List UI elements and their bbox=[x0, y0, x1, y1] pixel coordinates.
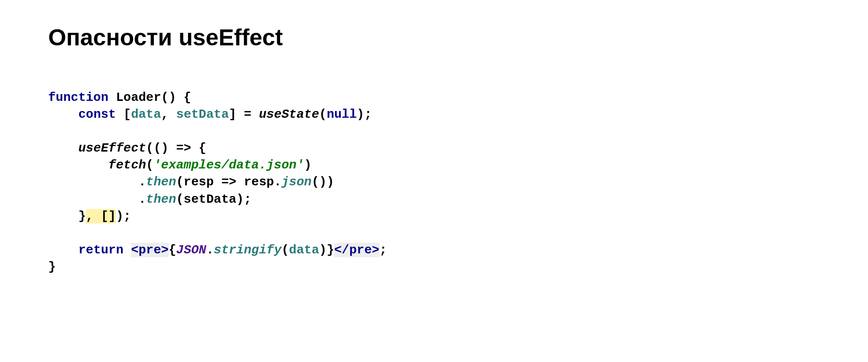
var-setdata: setData bbox=[176, 107, 229, 122]
semi: ; bbox=[380, 243, 387, 257]
comma: , bbox=[161, 107, 176, 122]
line-end: ); bbox=[116, 209, 131, 223]
kw-return: return bbox=[78, 243, 123, 257]
indent: . bbox=[48, 192, 146, 207]
jsx-tag-open: <pre> bbox=[131, 243, 169, 257]
slide-container: Опасности useEffect function Loader() { … bbox=[0, 0, 868, 295]
kw-const: const bbox=[78, 107, 116, 122]
call-rest: (setData); bbox=[176, 192, 251, 207]
jsx-tag-close: </pre> bbox=[334, 243, 380, 257]
indent bbox=[48, 141, 78, 155]
arrow-body: (resp => resp. bbox=[176, 175, 281, 189]
deps-array-highlight: , [] bbox=[86, 209, 116, 223]
fn-usestate: useState bbox=[259, 107, 319, 122]
string-literal: 'examples/data.json' bbox=[153, 158, 304, 172]
indent bbox=[48, 243, 78, 257]
obj-json: JSON bbox=[176, 243, 206, 257]
arrow-open: (() => { bbox=[146, 141, 206, 155]
fn-fetch: fetch bbox=[108, 158, 146, 172]
var-data: data bbox=[289, 243, 319, 257]
var-data: data bbox=[131, 107, 161, 122]
paren: ( bbox=[319, 107, 327, 122]
indent bbox=[48, 107, 78, 122]
slide-title: Опасности useEffect bbox=[48, 24, 820, 51]
indent: . bbox=[48, 175, 146, 189]
method-json: json bbox=[282, 175, 312, 189]
bracket: ] = bbox=[229, 107, 259, 122]
paren: ( bbox=[282, 243, 289, 257]
paren: ()) bbox=[312, 175, 334, 189]
paren: ( bbox=[146, 158, 154, 172]
fn-useeffect: useEffect bbox=[78, 141, 146, 155]
space bbox=[123, 243, 131, 257]
paren: ) bbox=[304, 158, 312, 172]
brace-close: } bbox=[48, 209, 86, 223]
method-then: then bbox=[146, 192, 176, 207]
brace-close: } bbox=[48, 260, 56, 274]
kw-null: null bbox=[326, 107, 356, 122]
method-then: then bbox=[146, 175, 176, 189]
indent bbox=[48, 158, 108, 172]
kw-function: function bbox=[48, 90, 108, 105]
code-snippet: function Loader() { const [data, setData… bbox=[48, 89, 820, 276]
fn-signature: Loader() { bbox=[108, 90, 191, 105]
brace: { bbox=[169, 243, 176, 257]
line-end: ); bbox=[357, 107, 372, 122]
paren-brace: )} bbox=[319, 243, 334, 257]
method-stringify: stringify bbox=[214, 243, 281, 257]
dot: . bbox=[206, 243, 214, 257]
bracket: [ bbox=[116, 107, 131, 122]
